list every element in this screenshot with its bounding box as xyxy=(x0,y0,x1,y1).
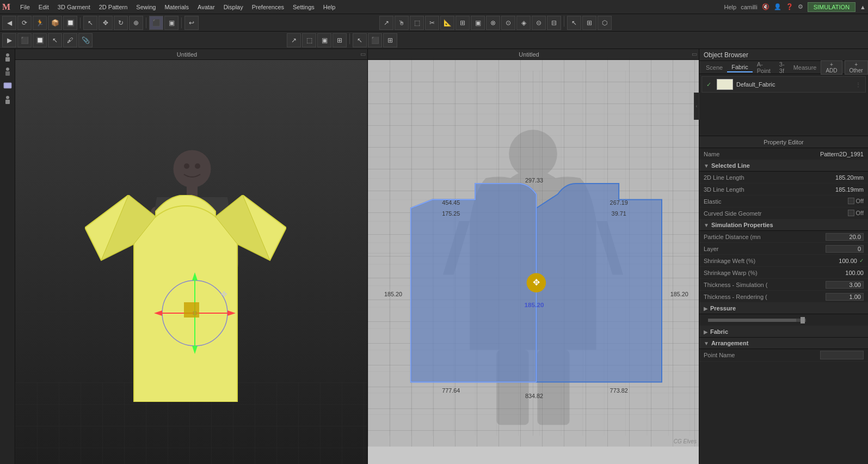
section-arrangement[interactable]: ▼ Arrangement xyxy=(699,338,868,349)
2d-sec-7[interactable]: ⊞ xyxy=(383,33,397,47)
property-editor-header: Property Editor xyxy=(699,136,868,148)
browser-actions: + ADD + Other ASSIGN xyxy=(821,60,868,75)
2d-tool-7[interactable]: ▣ xyxy=(471,16,485,30)
tab-fabric[interactable]: Fabric xyxy=(727,63,753,72)
help-icon[interactable]: ❓ xyxy=(786,3,793,10)
toolbar-rotate[interactable]: ↻ xyxy=(114,16,128,30)
menu-sewing[interactable]: Sewing xyxy=(132,3,160,11)
user-icon[interactable]: 👤 xyxy=(774,3,781,10)
section-fabric[interactable]: ▶ Fabric xyxy=(699,326,868,338)
2d-tool-13[interactable]: ⊞ xyxy=(582,16,596,30)
2d-sec-1[interactable]: ↗ xyxy=(287,33,301,47)
2d-sec-2[interactable]: ⬚ xyxy=(302,33,316,47)
toolbar-btn-5[interactable]: 🔲 xyxy=(63,16,77,30)
prop-thickness-render-value[interactable]: 1.00 xyxy=(826,293,864,301)
curved-checkbox[interactable] xyxy=(848,210,854,216)
toolbar-btn-4[interactable]: 📦 xyxy=(48,16,62,30)
menu-avatar[interactable]: Avatar xyxy=(193,3,219,11)
expand-icon[interactable]: ▲ xyxy=(860,4,866,10)
sidebar-icon-avatar-front[interactable] xyxy=(2,51,14,63)
sec-btn-4[interactable]: ↖ xyxy=(48,33,62,47)
panel-collapse-btn[interactable]: ‹ xyxy=(694,93,699,120)
section-title-pressure: Pressure xyxy=(710,305,736,312)
viewport-3d-close[interactable]: ▭ xyxy=(359,50,367,59)
prop-point-name-input[interactable] xyxy=(820,351,864,359)
menu-edit[interactable]: Edit xyxy=(34,3,53,11)
viewport-2d-close[interactable]: ▭ xyxy=(690,50,699,59)
sec-btn-3[interactable]: 🔲 xyxy=(33,33,47,47)
prop-thickness-sim-value[interactable]: 3.00 xyxy=(826,281,864,289)
menu-display[interactable]: Display xyxy=(219,3,248,11)
tab-measure[interactable]: Measure xyxy=(789,63,821,72)
tab-3f[interactable]: 3-3f xyxy=(775,60,789,75)
2d-tool-4[interactable]: ✂ xyxy=(425,16,439,30)
toolbar-arrange[interactable]: ▣ xyxy=(164,16,178,30)
other-btn[interactable]: + Other xyxy=(845,60,868,75)
transform-gizmo[interactable]: ✥ xyxy=(151,270,238,357)
toolbar-move[interactable]: ✥ xyxy=(99,16,113,30)
2d-sec-3[interactable]: ▣ xyxy=(317,33,331,47)
elastic-checkbox[interactable] xyxy=(848,198,854,204)
2d-tool-9[interactable]: ⊙ xyxy=(501,16,515,30)
sidebar-icon-avatar-side[interactable] xyxy=(2,65,14,77)
2d-tool-1[interactable]: ↗ xyxy=(379,16,393,30)
section-selected-line[interactable]: ▼ Selected Line xyxy=(699,160,868,172)
simulation-button[interactable]: SIMULATION xyxy=(808,2,855,12)
2d-tool-select[interactable]: ↖ xyxy=(567,16,581,30)
prop-3d-line-length: 3D Line Length 185.19mm xyxy=(699,184,868,196)
sidebar-icon-3d[interactable] xyxy=(2,80,14,91)
sidebar-icon-avatar-back[interactable] xyxy=(2,94,14,106)
2d-tool-8[interactable]: ⊗ xyxy=(486,16,500,30)
toolbar-btn-1[interactable]: ◀ xyxy=(2,16,16,30)
viewport-3d-title: Untitled ▭ xyxy=(15,49,367,60)
section-pressure[interactable]: ▶ Pressure xyxy=(699,303,868,314)
settings-icon[interactable]: ⚙ xyxy=(798,3,803,10)
toolbar-pattern[interactable]: ⬛ xyxy=(149,16,163,30)
prop-3d-line-value: 185.19mm xyxy=(835,186,864,193)
2d-sec-6[interactable]: ⬛ xyxy=(368,33,382,47)
section-arrow-2: ▼ xyxy=(704,222,709,228)
sec-btn-6[interactable]: 📎 xyxy=(78,33,93,47)
toolbar-undo[interactable]: ↩ xyxy=(184,16,199,30)
browser-tabs: Scene Fabric A-Point 3-3f Measure + ADD … xyxy=(699,61,868,74)
2d-tool-3[interactable]: ⬚ xyxy=(410,16,424,30)
section-simulation[interactable]: ▼ Simulation Properties xyxy=(699,219,868,231)
sec-btn-5[interactable]: 🖋 xyxy=(63,33,77,47)
menu-help[interactable]: Help xyxy=(319,3,340,11)
2d-sec-4[interactable]: ⊞ xyxy=(333,33,347,47)
2d-tool-11[interactable]: ⊝ xyxy=(532,16,546,30)
tab-apoint[interactable]: A-Point xyxy=(753,60,775,75)
scene-3d: ✥ xyxy=(15,60,368,464)
menu-2d-pattern[interactable]: 2D Pattern xyxy=(95,3,132,11)
separator-2 xyxy=(146,17,146,28)
prop-thickness-sim-label: Thickness - Simulation ( xyxy=(704,282,826,288)
sec-btn-2[interactable]: ⬛ xyxy=(17,33,32,47)
prop-point-name: Point Name xyxy=(699,349,868,362)
sound-icon[interactable]: 🔇 xyxy=(762,3,769,10)
2d-tool-6[interactable]: ⊞ xyxy=(455,16,470,30)
fabric-item[interactable]: ✓ Default_Fabric ⋮ xyxy=(701,76,866,93)
menu-settings[interactable]: Settings xyxy=(288,3,319,11)
menu-file[interactable]: File xyxy=(16,3,34,11)
2d-tool-14[interactable]: ⬡ xyxy=(598,16,612,30)
2d-tool-10[interactable]: ◈ xyxy=(516,16,531,30)
pressure-slider[interactable] xyxy=(708,319,806,322)
toolbar-btn-3[interactable]: 🏃 xyxy=(33,16,47,30)
sec-btn-1[interactable]: ▶ xyxy=(2,33,16,47)
fabric-options-icon[interactable]: ⋮ xyxy=(855,82,861,88)
2d-sec-5[interactable]: ↖ xyxy=(353,33,367,47)
toolbar-scale[interactable]: ⊕ xyxy=(129,16,143,30)
menu-preferences[interactable]: Preferences xyxy=(248,3,288,11)
toolbar-select[interactable]: ↖ xyxy=(83,16,97,30)
prop-elastic-label: Elastic xyxy=(704,198,848,205)
prop-particle-value[interactable]: 20.0 xyxy=(826,233,864,241)
toolbar-btn-2[interactable]: ⟳ xyxy=(17,16,32,30)
tab-scene[interactable]: Scene xyxy=(701,63,727,72)
2d-tool-2[interactable]: 🖱 xyxy=(395,16,409,30)
menu-materials[interactable]: Materials xyxy=(160,3,193,11)
2d-tool-12[interactable]: ⊟ xyxy=(547,16,561,30)
prop-layer-value[interactable]: 0 xyxy=(826,245,864,253)
menu-3d-garment[interactable]: 3D Garment xyxy=(53,3,95,11)
2d-tool-5[interactable]: 📐 xyxy=(440,16,454,30)
add-btn[interactable]: + ADD xyxy=(821,60,842,75)
